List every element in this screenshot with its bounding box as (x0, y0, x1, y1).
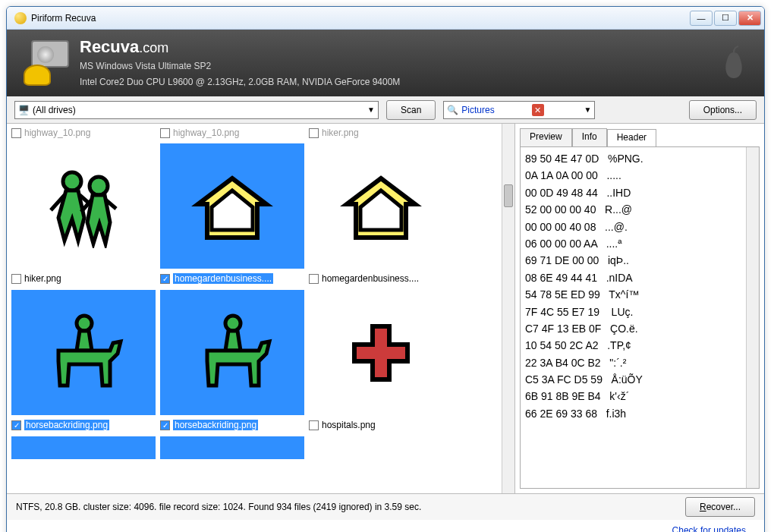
checkbox[interactable]: ✓ (11, 420, 21, 430)
details-pane: PreviewInfoHeader 89 50 4E 47 0D %PNG. 0… (515, 124, 764, 493)
checkbox[interactable] (309, 274, 319, 284)
hex-content: 89 50 4E 47 0D %PNG. 0A 1A 0A 00 00 ....… (525, 150, 754, 422)
close-button[interactable]: ✕ (738, 11, 761, 26)
recover-button[interactable]: Recover... (685, 497, 755, 517)
tab-header[interactable]: Header (607, 129, 656, 147)
partial-thumb[interactable] (309, 436, 453, 459)
app-window: Piriform Recuva — ☐ ✕ Recuva.com MS Wind… (6, 6, 765, 532)
cross-icon (339, 311, 423, 395)
file-thumbnail[interactable]: ✓horsebackriding.png (11, 290, 156, 432)
file-thumbnail[interactable]: ✓horsebackriding.png (160, 290, 304, 432)
drive-icon: 🖥️ (18, 105, 30, 115)
chevron-down-icon: ▼ (367, 105, 375, 114)
scroll-thumb[interactable] (504, 184, 513, 207)
file-caption-partial[interactable]: highway_10.png (160, 127, 304, 139)
checkbox[interactable]: ✓ (160, 420, 170, 430)
file-caption[interactable]: ✓horsebackriding.png (11, 418, 156, 432)
footer: Check for updates... (7, 520, 764, 532)
drives-dropdown[interactable]: 🖥️ (All drives) ▼ (14, 101, 379, 119)
checkbox[interactable] (11, 274, 21, 284)
vertical-scrollbar[interactable] (746, 147, 759, 488)
filter-label: Pictures (461, 105, 494, 115)
header: Recuva.com MS Windows Vista Ultimate SP2… (7, 30, 764, 96)
chevron-down-icon: ▼ (584, 105, 591, 114)
partial-thumb[interactable] (11, 436, 156, 459)
content-area: highway_10.pnghighway_10.pnghiker.png hi… (7, 124, 764, 494)
status-text: NTFS, 20.8 GB. cluster size: 4096. file … (16, 502, 421, 512)
house-yellow-icon (339, 165, 423, 248)
checkbox[interactable]: ✓ (160, 274, 170, 284)
options-button[interactable]: Options... (689, 100, 757, 120)
file-thumbnail[interactable]: ✓homegardenbusiness.... (160, 143, 304, 285)
hex-view[interactable]: 89 50 4E 47 0D %PNG. 0A 1A 0A 00 00 ....… (520, 146, 760, 489)
titlebar[interactable]: Piriform Recuva — ☐ ✕ (7, 7, 764, 30)
file-caption-partial[interactable]: highway_10.png (11, 127, 156, 139)
house-yellow-icon (190, 165, 274, 248)
os-info: MS Windows Vista Ultimate SP2 (80, 60, 400, 73)
check-updates-link[interactable]: Check for updates... (672, 525, 754, 532)
hard-disk-helmet-icon (24, 40, 69, 86)
hiker-icon (42, 165, 125, 248)
vertical-scrollbar[interactable] (502, 124, 514, 493)
thumbnail-grid[interactable]: highway_10.pnghighway_10.pnghiker.png hi… (11, 127, 499, 490)
app-icon (14, 12, 27, 24)
brand-label: Recuva.com (80, 37, 400, 57)
file-caption-partial[interactable]: hiker.png (309, 127, 453, 139)
thumbnail-pane: highway_10.pnghighway_10.pnghiker.png hi… (7, 124, 515, 493)
statusbar: NTFS, 20.8 GB. cluster size: 4096. file … (7, 494, 764, 520)
tab-info[interactable]: Info (572, 128, 607, 146)
checkbox[interactable] (309, 128, 319, 138)
checkbox[interactable] (11, 128, 21, 138)
file-caption[interactable]: homegardenbusiness.... (309, 272, 453, 285)
file-caption[interactable]: hiker.png (11, 272, 156, 285)
window-title: Piriform Recuva (31, 13, 96, 24)
minimize-button[interactable]: — (690, 11, 713, 26)
checkbox[interactable] (309, 420, 319, 430)
file-caption[interactable]: hospitals.png (309, 418, 453, 432)
file-caption[interactable]: ✓homegardenbusiness.... (160, 272, 304, 285)
search-icon: 🔍 (447, 105, 458, 115)
toolbar: 🖥️ (All drives) ▼ Scan 🔍 Pictures ✕ ▼ Op… (7, 96, 764, 124)
clear-filter-icon[interactable]: ✕ (532, 104, 544, 116)
tab-preview[interactable]: Preview (520, 128, 572, 146)
checkbox[interactable] (160, 128, 170, 138)
file-thumbnail[interactable]: homegardenbusiness.... (309, 143, 453, 285)
horse-icon (190, 311, 274, 395)
horse-icon (42, 311, 125, 395)
pear-icon (719, 43, 749, 81)
drives-label: (All drives) (33, 105, 76, 115)
hardware-info: Intel Core2 Duo CPU L9600 @ 2.13GHz, 2.0… (80, 76, 400, 89)
detail-tabs: PreviewInfoHeader (520, 128, 760, 146)
partial-thumb[interactable] (160, 436, 304, 459)
filter-dropdown[interactable]: 🔍 Pictures ✕ ▼ (443, 101, 595, 119)
file-thumbnail[interactable]: hiker.png (11, 143, 156, 285)
scan-button[interactable]: Scan (386, 100, 436, 120)
maximize-button[interactable]: ☐ (714, 11, 737, 26)
file-thumbnail[interactable]: hospitals.png (309, 290, 453, 432)
file-caption[interactable]: ✓horsebackriding.png (160, 418, 304, 432)
